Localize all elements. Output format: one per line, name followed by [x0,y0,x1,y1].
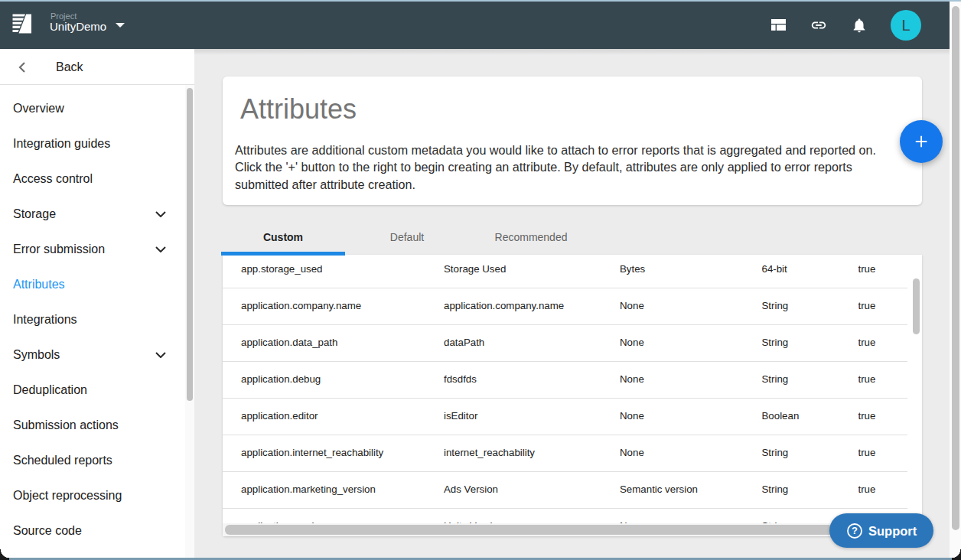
svg-text:?: ? [852,525,858,536]
